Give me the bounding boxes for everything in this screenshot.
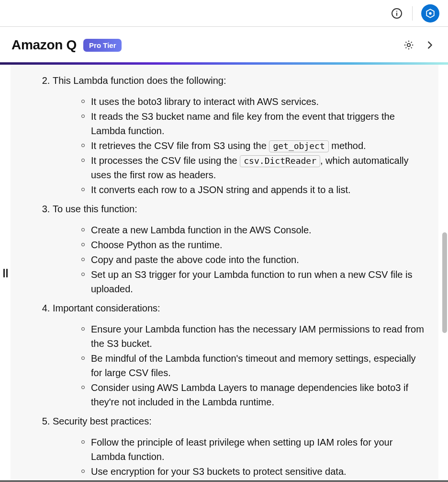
text-run: Consider using AWS Lambda Layers to mana… bbox=[91, 382, 408, 407]
text-run: Be mindful of the Lambda function's time… bbox=[91, 353, 416, 378]
svg-point-2 bbox=[396, 11, 397, 11]
text-run: It converts each row to a JSON string an… bbox=[91, 184, 351, 195]
sub-list-item: Use encryption for your S3 buckets to pr… bbox=[79, 464, 424, 479]
settings-button[interactable] bbox=[402, 38, 415, 52]
text-run: Choose Python as the runtime. bbox=[91, 240, 223, 250]
svg-point-4 bbox=[429, 12, 432, 15]
bottom-border bbox=[0, 481, 448, 482]
text-run: It reads the S3 bucket name and file key… bbox=[91, 111, 395, 136]
top-bar bbox=[0, 0, 448, 27]
collapse-button[interactable] bbox=[423, 38, 437, 52]
amazon-q-logo-icon[interactable] bbox=[421, 4, 439, 23]
sub-list: Create a new Lambda function in the AWS … bbox=[53, 223, 424, 296]
sub-list-item: Be mindful of the Lambda function's time… bbox=[79, 351, 424, 380]
inline-code: get_object bbox=[269, 140, 328, 152]
text-run: Set up an S3 trigger for your Lambda fun… bbox=[91, 269, 412, 294]
sub-list: It uses the boto3 library to interact wi… bbox=[53, 94, 424, 197]
text-run: Follow the principle of least privilege … bbox=[91, 437, 392, 462]
sub-list-item: It uses the boto3 library to interact wi… bbox=[79, 94, 424, 109]
list-item: To use this function:Create a new Lambda… bbox=[53, 202, 424, 296]
text-run: Ensure your Lambda function has the nece… bbox=[91, 324, 424, 349]
text-run: It processes the CSV file using the bbox=[91, 155, 240, 166]
text-run: Use encryption for your S3 buckets to pr… bbox=[91, 466, 347, 477]
list-item: This Lambda function does the following:… bbox=[53, 73, 424, 197]
list-item: Important considerations:Ensure your Lam… bbox=[53, 301, 424, 409]
text-run: It uses the boto3 library to interact wi… bbox=[91, 96, 319, 107]
text-run: Create a new Lambda function in the AWS … bbox=[91, 225, 312, 235]
sub-list-item: Choose Python as the runtime. bbox=[79, 238, 424, 252]
pause-icon[interactable] bbox=[3, 269, 8, 277]
tier-badge: Pro Tier bbox=[83, 39, 122, 52]
sub-list-item: It converts each row to a JSON string an… bbox=[79, 183, 424, 197]
sub-list-item: It retrieves the CSV file from S3 using … bbox=[79, 138, 424, 153]
list-item-label: Important considerations: bbox=[53, 303, 160, 313]
svg-point-5 bbox=[407, 44, 410, 46]
response-panel: This Lambda function does the following:… bbox=[11, 65, 438, 482]
text-run: Copy and paste the above code into the f… bbox=[91, 254, 299, 265]
sub-list-item: Ensure your Lambda function has the nece… bbox=[79, 322, 424, 351]
sub-list-item: It processes the CSV file using the csv.… bbox=[79, 153, 424, 182]
sub-list-item: Consider using AWS Lambda Layers to mana… bbox=[79, 380, 424, 409]
sub-list-item: Copy and paste the above code into the f… bbox=[79, 252, 424, 267]
text-run: method. bbox=[329, 140, 366, 151]
ordered-list: This Lambda function does the following:… bbox=[15, 73, 424, 482]
sub-list: Ensure your Lambda function has the nece… bbox=[53, 322, 424, 409]
inline-code: csv.DictReader bbox=[240, 155, 320, 167]
sub-list-item: Set up an S3 trigger for your Lambda fun… bbox=[79, 267, 424, 296]
sub-list: Follow the principle of least privilege … bbox=[53, 435, 424, 482]
sub-list-item: It reads the S3 bucket name and file key… bbox=[79, 109, 424, 138]
scrollbar-thumb[interactable] bbox=[442, 232, 447, 333]
text-run: It retrieves the CSV file from S3 using … bbox=[91, 140, 269, 151]
panel-header: Amazon Q Pro Tier bbox=[0, 27, 448, 62]
info-icon[interactable] bbox=[390, 7, 403, 20]
separator bbox=[412, 6, 413, 21]
left-gutter bbox=[0, 65, 11, 482]
page-title: Amazon Q bbox=[11, 37, 77, 53]
sub-list-item: Create a new Lambda function in the AWS … bbox=[79, 223, 424, 237]
list-item-label: To use this function: bbox=[53, 204, 137, 214]
sub-list-item: Follow the principle of least privilege … bbox=[79, 435, 424, 464]
list-item: Security best practices:Follow the princ… bbox=[53, 414, 424, 482]
list-item-label: This Lambda function does the following: bbox=[53, 75, 226, 86]
list-item-label: Security best practices: bbox=[53, 416, 152, 426]
